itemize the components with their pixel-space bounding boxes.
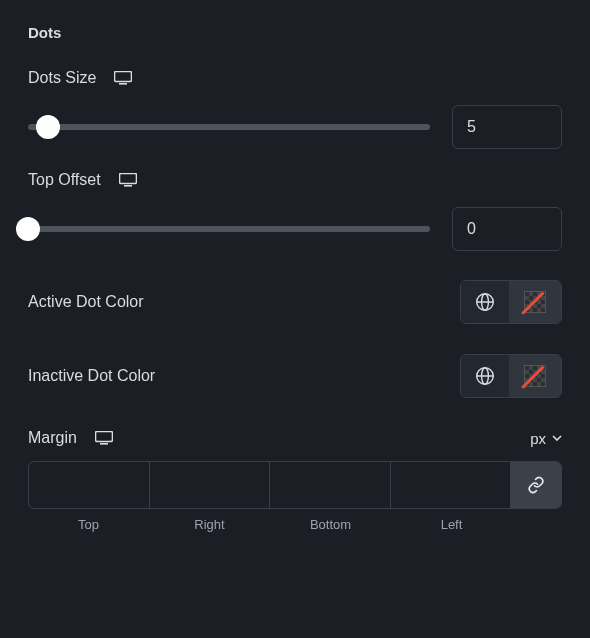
top-offset-slider[interactable] xyxy=(28,217,430,241)
top-offset-control: Top Offset xyxy=(28,171,562,251)
margin-side-labels: Top Right Bottom Left xyxy=(28,517,562,532)
inactive-dot-color-swatch[interactable] xyxy=(509,355,561,397)
dots-size-control: Dots Size xyxy=(28,69,562,149)
margin-unit-label: px xyxy=(530,430,546,447)
link-icon xyxy=(527,476,545,494)
active-dot-color-swatch[interactable] xyxy=(509,281,561,323)
dots-size-label: Dots Size xyxy=(28,69,96,87)
global-color-button[interactable] xyxy=(461,355,509,397)
inactive-dot-color-label: Inactive Dot Color xyxy=(28,367,155,385)
margin-header: Margin px xyxy=(28,429,562,447)
margin-top-label: Top xyxy=(28,517,149,532)
no-color-icon xyxy=(524,291,546,313)
svg-rect-2 xyxy=(119,174,136,184)
top-offset-label: Top Offset xyxy=(28,171,101,189)
section-title: Dots xyxy=(28,24,562,41)
desktop-icon[interactable] xyxy=(119,173,137,187)
inactive-dot-color-row: Inactive Dot Color xyxy=(28,353,562,399)
dots-size-slider-thumb[interactable] xyxy=(36,115,60,139)
margin-left-input[interactable] xyxy=(391,462,511,508)
dots-size-input[interactable] xyxy=(452,105,562,149)
global-color-button[interactable] xyxy=(461,281,509,323)
svg-rect-1 xyxy=(119,83,127,85)
globe-icon xyxy=(475,292,495,312)
margin-bottom-label: Bottom xyxy=(270,517,391,532)
margin-inputs xyxy=(28,461,562,509)
globe-icon xyxy=(475,366,495,386)
margin-top-input[interactable] xyxy=(29,462,149,508)
margin-label: Margin xyxy=(28,429,77,447)
svg-rect-0 xyxy=(115,72,132,82)
top-offset-input[interactable] xyxy=(452,207,562,251)
margin-bottom-input[interactable] xyxy=(270,462,390,508)
margin-unit-select[interactable]: px xyxy=(530,430,562,447)
desktop-icon[interactable] xyxy=(114,71,132,85)
desktop-icon[interactable] xyxy=(95,431,113,445)
active-dot-color-row: Active Dot Color xyxy=(28,279,562,325)
margin-right-label: Right xyxy=(149,517,270,532)
link-values-button[interactable] xyxy=(511,462,561,508)
margin-right-input[interactable] xyxy=(150,462,270,508)
chevron-down-icon xyxy=(552,435,562,441)
svg-rect-11 xyxy=(100,443,108,445)
active-dot-color-label: Active Dot Color xyxy=(28,293,144,311)
margin-left-label: Left xyxy=(391,517,512,532)
svg-rect-3 xyxy=(124,185,132,187)
no-color-icon xyxy=(524,365,546,387)
svg-rect-10 xyxy=(95,432,112,442)
dots-size-slider[interactable] xyxy=(28,115,430,139)
top-offset-slider-thumb[interactable] xyxy=(16,217,40,241)
